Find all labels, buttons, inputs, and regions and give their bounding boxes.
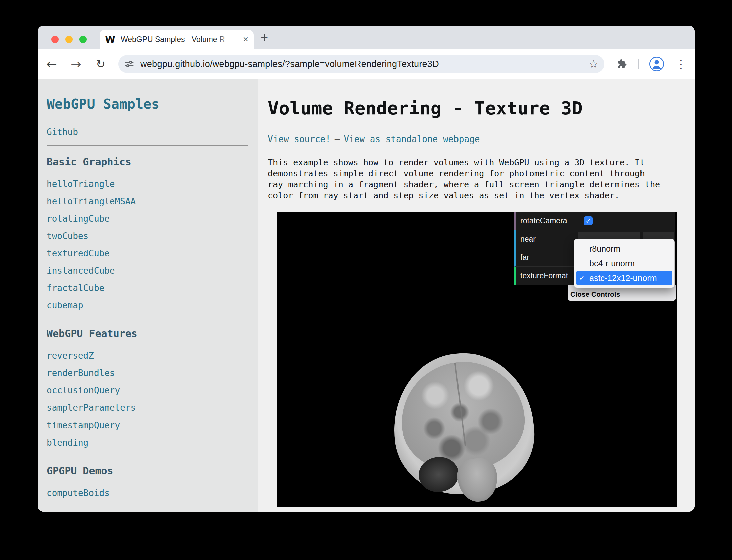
webgpu-canvas[interactable]: rotateCamera ✓ near far textureFor [277,212,677,507]
list-item: twoCubes [47,231,258,248]
browser-menu-icon[interactable]: ⋮ [672,49,690,79]
sidebar-item-cubemap[interactable]: cubemap [47,300,83,310]
section-heading-webgpu-features: WebGPU Features [47,328,258,339]
list-item: blending [47,438,258,455]
dash-separator: — [335,134,340,144]
close-tab-icon[interactable]: × [243,35,248,44]
traffic-light-minimize[interactable] [65,36,73,43]
page-content: WebGPU Samples Github Basic Graphics hel… [38,79,695,512]
option-label: astc-12x12-unorm [589,273,657,283]
sidebar-item-fractalCube[interactable]: fractalCube [47,283,104,293]
gui-row-rotateCamera: rotateCamera ✓ [514,212,675,230]
sidebar-item-texturedCube[interactable]: texturedCube [47,248,110,258]
list-item: fractalCube [47,283,258,300]
dropdown-option-r8unorm[interactable]: r8unorm [576,241,672,256]
profile-avatar[interactable] [649,56,664,72]
texture-format-dropdown: r8unorm bc4-r-unorm ✓ astc-12x12-unorm [574,239,675,288]
checkmark-icon: ✓ [586,217,591,225]
sidebar-item-blending[interactable]: blending [47,438,88,448]
sidebar-item-helloTriangleMSAA[interactable]: helloTriangleMSAA [47,196,136,206]
browser-tab[interactable]: W WebGPU Samples - Volume R × [100,30,254,49]
list-item: computeBoids [47,488,258,505]
sidebar: WebGPU Samples Github Basic Graphics hel… [38,79,258,512]
webgpu-favicon-icon: W [105,34,115,45]
option-label: bc4-r-unorm [589,259,635,268]
back-icon[interactable]: ← [42,49,61,79]
section-heading-basic-graphics: Basic Graphics [47,156,258,168]
far-label: far [520,248,529,267]
standalone-webpage-link[interactable]: View as standalone webpage [344,134,480,144]
list-item: timestampQuery [47,420,258,438]
sidebar-item-rotatingCube[interactable]: rotatingCube [47,214,110,224]
list-item: helloTriangleMSAA [47,196,258,214]
tab-title-fade [216,30,239,49]
sidebar-item-timestampQuery[interactable]: timestampQuery [47,420,120,430]
github-link[interactable]: Github [47,127,78,137]
sidebar-item-reversedZ[interactable]: reversedZ [47,351,94,361]
page-title: Volume Rendering - Texture 3D [268,98,695,119]
texture-format-label: textureFormat [520,267,568,285]
option-label: r8unorm [589,244,620,253]
main-content: Volume Rendering - Texture 3D View sourc… [258,79,695,512]
reload-icon[interactable]: ↻ [91,49,110,79]
list-item: cubemap [47,300,258,318]
rotate-camera-checkbox[interactable]: ✓ [584,216,593,225]
list-item: texturedCube [47,248,258,266]
list-item: instancedCube [47,266,258,283]
gpgpu-demos-list: computeBoids [47,488,258,505]
sidebar-item-instancedCube[interactable]: instancedCube [47,266,115,276]
check-icon: ✓ [579,271,585,285]
tab-bar: W WebGPU Samples - Volume R × + [38,26,695,49]
list-item: occlusionQuery [47,385,258,403]
list-item: renderBundles [47,368,258,385]
close-controls-label: Close Controls [570,290,620,298]
toolbar-divider [638,59,639,69]
sidebar-item-helloTriangle[interactable]: helloTriangle [47,179,115,189]
sidebar-item-renderBundles[interactable]: renderBundles [47,368,115,378]
sidebar-item-computeBoids[interactable]: computeBoids [47,488,110,498]
sidebar-divider [47,145,248,146]
traffic-light-zoom[interactable] [79,36,87,43]
view-source-link[interactable]: View source! [268,134,331,144]
list-item: helloTriangle [47,179,258,196]
new-tab-button[interactable]: + [261,30,268,45]
browser-toolbar: ← → ↻ webgpu.github.io/webgpu-samples/?s… [38,49,695,79]
extensions-icon[interactable] [612,49,631,79]
sidebar-item-samplerParameters[interactable]: samplerParameters [47,403,136,413]
sidebar-item-twoCubes[interactable]: twoCubes [47,231,88,241]
rotate-camera-label: rotateCamera [520,212,567,230]
dropdown-option-astc-12x12-unorm[interactable]: ✓ astc-12x12-unorm [576,271,672,285]
bookmark-star-icon[interactable]: ☆ [589,58,598,70]
sidebar-item-occlusionQuery[interactable]: occlusionQuery [47,385,120,395]
traffic-light-close[interactable] [51,36,59,43]
mri-brain-render [385,345,541,502]
browser-window: W WebGPU Samples - Volume R × + ← → ↻ we… [38,26,695,512]
webgpu-features-list: reversedZ renderBundles occlusionQuery s… [47,351,258,455]
sample-links: View source!—View as standalone webpage [268,134,695,144]
list-item: reversedZ [47,351,258,368]
site-settings-icon[interactable] [124,59,134,69]
dropdown-option-bc4-r-unorm[interactable]: bc4-r-unorm [576,256,672,271]
near-label: near [520,230,536,248]
sample-description: This example shows how to render volumes… [268,157,663,201]
section-heading-gpgpu-demos: GPGPU Demos [47,465,258,477]
url-text[interactable]: webgpu.github.io/webgpu-samples/?sample=… [140,59,439,69]
address-bar[interactable]: webgpu.github.io/webgpu-samples/?sample=… [118,55,604,73]
list-item: samplerParameters [47,403,258,420]
basic-graphics-list: helloTriangle helloTriangleMSAA rotating… [47,179,258,318]
forward-icon[interactable]: → [67,49,85,79]
site-title: WebGPU Samples [47,96,258,112]
list-item: rotatingCube [47,214,258,231]
